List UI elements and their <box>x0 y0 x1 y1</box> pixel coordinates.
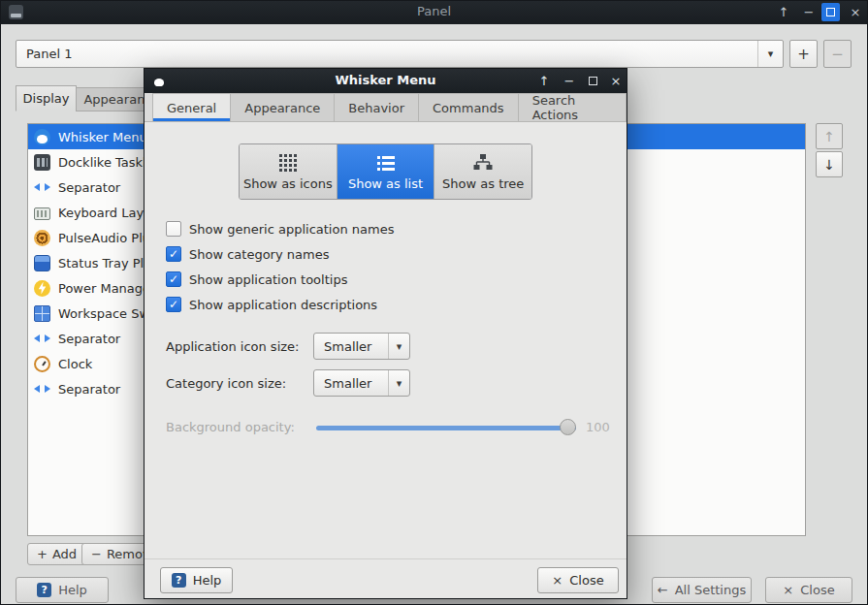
maximize-glyph <box>589 77 597 85</box>
move-item-down-button[interactable]: ↓ <box>816 151 843 177</box>
workspace-switcher-icon <box>34 305 50 322</box>
category-icon-size-dropdown[interactable]: Smaller ▾ <box>313 369 410 397</box>
status-tray-icon <box>34 255 50 271</box>
view-mode-segment: Show as icons Show as list Show as tree <box>239 143 532 200</box>
checkbox-checked[interactable]: ✓ <box>166 297 181 312</box>
dialog-close-button[interactable]: × Close <box>537 567 619 593</box>
tab-search-actions[interactable]: Search Actions <box>519 93 627 122</box>
check-icon: ✓ <box>169 273 178 285</box>
close-window-icon[interactable]: × <box>844 1 867 23</box>
tree-icon <box>472 153 494 173</box>
chevron-down-icon: ▾ <box>757 41 783 67</box>
close-window-icon[interactable]: × <box>604 70 627 92</box>
tab-commands[interactable]: Commands <box>419 93 519 122</box>
show-as-list-button[interactable]: Show as list <box>337 144 434 199</box>
help-icon: ? <box>172 573 186 588</box>
panel-selector-dropdown[interactable]: Panel 1 ▾ <box>16 40 784 68</box>
checkbox-show-application-descriptions[interactable]: ✓ Show application descriptions <box>166 295 377 314</box>
docklike-taskbar-icon <box>34 154 50 171</box>
maximize-window-icon[interactable] <box>581 70 604 92</box>
check-icon: ✓ <box>169 248 178 260</box>
maximize-glyph <box>826 8 835 16</box>
plus-icon: + <box>37 547 48 561</box>
add-panel-button[interactable]: + <box>789 40 818 68</box>
list-icon <box>375 153 397 173</box>
chevron-down-icon: ▾ <box>388 334 409 359</box>
tab-appearance[interactable]: Appearance <box>231 93 335 122</box>
close-cross-icon: × <box>552 573 563 588</box>
show-as-icons-button[interactable]: Show as icons <box>240 144 337 199</box>
checkbox-show-category-names[interactable]: ✓ Show category names <box>166 244 329 264</box>
dialog-titlebar: Whisker Menu ↑ − × <box>145 69 627 93</box>
main-close-button[interactable]: × Close <box>765 577 852 603</box>
dialog-footer: ? Help × Close <box>145 558 627 600</box>
keyboard-icon <box>34 207 50 220</box>
shade-window-icon[interactable]: ↑ <box>772 1 795 23</box>
check-icon: ✓ <box>169 299 178 310</box>
checkbox-checked[interactable]: ✓ <box>166 246 181 262</box>
chevron-down-icon: ▾ <box>388 370 409 396</box>
slider-handle <box>560 419 576 435</box>
move-item-up-button: ↑ <box>816 123 843 149</box>
separator-icon <box>34 179 50 196</box>
back-arrow-icon: ← <box>658 583 668 597</box>
category-icon-size-label: Category icon size: <box>166 369 286 397</box>
background-opacity-slider <box>316 426 576 430</box>
main-titlebar: Panel ↑ − × <box>0 0 868 24</box>
separator-icon <box>34 331 50 347</box>
grid-icon <box>277 153 299 173</box>
whisker-menu-icon <box>34 129 50 145</box>
dialog-help-button[interactable]: ? Help <box>160 567 233 593</box>
remove-panel-button: − <box>823 40 852 68</box>
checkbox-unchecked[interactable] <box>166 221 181 237</box>
application-icon-size-label: Application icon size: <box>166 333 299 360</box>
minimize-window-icon[interactable]: − <box>797 1 820 23</box>
close-cross-icon: × <box>783 583 793 597</box>
checkbox-show-generic-application-names[interactable]: Show generic application names <box>166 219 394 239</box>
tab-behavior[interactable]: Behavior <box>335 93 419 122</box>
help-icon: ? <box>37 583 51 597</box>
add-item-button[interactable]: + Add <box>27 543 86 565</box>
maximize-window-icon[interactable] <box>821 3 840 21</box>
shade-window-icon[interactable]: ↑ <box>532 70 556 92</box>
background-opacity-label: Background opacity: <box>166 420 295 434</box>
power-manager-icon <box>34 280 50 297</box>
all-settings-button[interactable]: ← All Settings <box>652 577 752 603</box>
minus-icon: − <box>91 547 102 561</box>
panel-selector-value: Panel 1 <box>16 47 757 61</box>
dialog-tabbar: General Appearance Behavior Commands Sea… <box>145 93 627 122</box>
tab-display[interactable]: Display <box>16 85 77 111</box>
application-icon-size-dropdown[interactable]: Smaller ▾ <box>313 333 410 360</box>
minimize-window-icon[interactable]: − <box>558 70 581 92</box>
main-window-title: Panel <box>0 4 868 18</box>
pulseaudio-icon <box>34 230 50 246</box>
whisker-menu-dialog: Whisker Menu ↑ − × General Appearance Be… <box>144 68 627 599</box>
tab-general[interactable]: General <box>152 93 231 122</box>
checkbox-checked[interactable]: ✓ <box>166 271 181 287</box>
clock-icon <box>34 356 50 372</box>
background-opacity-value: 100 <box>586 420 610 434</box>
show-as-tree-button[interactable]: Show as tree <box>434 144 531 199</box>
separator-icon <box>34 381 50 398</box>
checkbox-show-application-tooltips[interactable]: ✓ Show application tooltips <box>166 270 347 289</box>
main-help-button[interactable]: ? Help <box>16 577 109 603</box>
